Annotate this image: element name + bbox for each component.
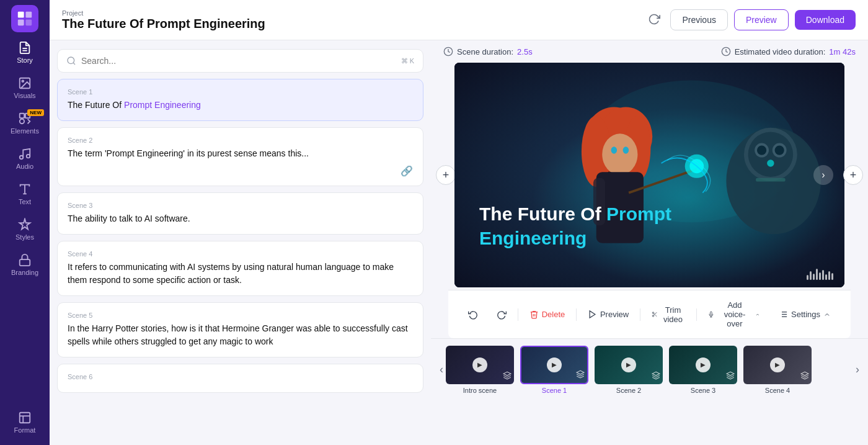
sidebar-item-label: Styles: [16, 233, 34, 241]
video-overlay-text: The Future Of Prompt Engineering: [479, 202, 671, 250]
preview-button[interactable]: Preview: [734, 9, 789, 30]
voice-button[interactable]: Add voice-over: [701, 297, 768, 332]
svg-marker-46: [590, 311, 595, 318]
play-icon-s2: ▶: [621, 357, 636, 372]
scene-card-3[interactable]: Scene 3 The ability to talk to AI softwa…: [57, 192, 423, 235]
header: Project The Future Of Prompt Engineering…: [50, 0, 868, 40]
svg-point-17: [68, 57, 74, 64]
mic-icon: [708, 310, 714, 319]
preview-ctrl-button[interactable]: Preview: [580, 306, 636, 323]
scene-duration-label: Scene duration:: [457, 47, 513, 56]
scene-card-1[interactable]: Scene 1 The Future Of Prompt Engineering: [57, 79, 423, 121]
svg-point-31: [767, 160, 774, 166]
sidebar-item-visuals[interactable]: Visuals: [3, 71, 46, 104]
audio-bar: [819, 272, 821, 280]
film-thumb-s4[interactable]: ▶: [743, 346, 812, 384]
svg-rect-15: [20, 259, 30, 266]
clock-icon: [443, 47, 453, 56]
voice-label: Add voice-over: [717, 300, 752, 328]
settings-button[interactable]: Settings: [771, 306, 838, 323]
filmstrip-next-button[interactable]: ›: [853, 361, 862, 379]
undo-button[interactable]: [461, 306, 485, 323]
svg-point-47: [652, 312, 653, 313]
chevron-up-icon-2: [823, 311, 831, 318]
audio-bar: [813, 274, 815, 280]
svg-marker-65: [801, 372, 808, 375]
svg-line-50: [655, 315, 657, 317]
svg-marker-64: [727, 372, 734, 375]
scene-label-5: Scene 5: [68, 312, 413, 319]
divider: [696, 308, 697, 321]
preview-area: Scene duration: 2.5s Estimated video dur…: [431, 40, 868, 445]
scene-panel: ⌘ K Scene 1 The Future Of Prompt Enginee…: [50, 40, 431, 445]
scene-card-4[interactable]: Scene 4 It refers to communicating with …: [57, 241, 423, 296]
redo-button[interactable]: [489, 306, 514, 323]
main-content: Project The Future Of Prompt Engineering…: [50, 0, 868, 445]
sidebar: Story Visuals NEW Elements Audio: [0, 0, 50, 445]
search-input[interactable]: [81, 56, 396, 66]
svg-marker-63: [652, 372, 660, 375]
audio-bar: [807, 275, 808, 280]
scene-duration-value: 2.5s: [517, 47, 533, 56]
sidebar-item-audio[interactable]: Audio: [3, 142, 46, 175]
film-thumb-wrapper-s1: ▶: [520, 346, 588, 384]
add-scene-left-button[interactable]: +: [436, 165, 456, 185]
film-layer-icon-s3: [726, 371, 735, 382]
divider: [640, 308, 640, 321]
sidebar-item-elements[interactable]: NEW Elements: [3, 107, 46, 140]
sidebar-item-label: Audio: [16, 163, 33, 170]
scene-text-2: The term 'Prompt Engineering' in its pur…: [68, 147, 413, 160]
film-thumb-s3[interactable]: ▶: [669, 346, 737, 384]
sidebar-item-label: Format: [14, 426, 36, 434]
preview-label: Preview: [600, 310, 629, 319]
svg-marker-61: [503, 372, 511, 375]
filmstrip-prev-button[interactable]: ‹: [437, 361, 446, 379]
svg-point-11: [20, 156, 24, 160]
film-label-s1: Scene 1: [542, 387, 567, 394]
sidebar-item-label: Branding: [11, 269, 38, 276]
sidebar-item-branding[interactable]: Branding: [3, 248, 46, 281]
settings-icon: [779, 310, 788, 319]
svg-rect-32: [756, 178, 786, 182]
audio-bars: [807, 269, 833, 280]
add-scene-right-button[interactable]: +: [843, 165, 863, 185]
audio-bar: [828, 271, 830, 280]
sidebar-item-label: Elements: [11, 127, 39, 135]
film-thumb-s1[interactable]: ▶: [520, 346, 588, 384]
sidebar-item-format[interactable]: Format: [3, 406, 46, 439]
filmstrip-scroll: ▶ Intro: [446, 346, 853, 394]
scene-card-2-footer: 🔗: [68, 165, 413, 177]
logo[interactable]: [11, 5, 38, 32]
download-button[interactable]: Download: [795, 10, 856, 30]
trim-button[interactable]: Trim video: [644, 302, 693, 328]
sidebar-item-story[interactable]: Story: [3, 36, 46, 69]
next-scene-button[interactable]: ›: [813, 165, 833, 185]
divider: [576, 308, 577, 321]
trim-icon: [652, 310, 658, 319]
audio-bar: [816, 269, 818, 280]
clock-icon-2: [721, 47, 731, 56]
sidebar-item-styles[interactable]: Styles: [3, 213, 46, 246]
filmstrip: ‹: [431, 338, 868, 400]
overlay-prompt: Prompt: [606, 204, 671, 224]
scene-label-6: Scene 6: [68, 373, 413, 380]
film-thumb-s2[interactable]: ▶: [595, 346, 663, 384]
scene-card-6[interactable]: Scene 6: [57, 364, 423, 393]
delete-button[interactable]: Delete: [522, 306, 573, 323]
scene-card-5[interactable]: Scene 5 In the Harry Potter stories, how…: [57, 302, 423, 357]
chevron-up-icon: [755, 311, 760, 318]
sidebar-item-text[interactable]: Text: [3, 178, 46, 210]
scene-card-2[interactable]: Scene 2 The term 'Prompt Engineering' in…: [57, 127, 423, 186]
svg-rect-8: [20, 114, 24, 118]
film-thumb-wrapper-s3: ▶: [669, 346, 737, 384]
film-layer-icon-s1: [576, 370, 585, 380]
refresh-button[interactable]: [644, 9, 664, 31]
search-icon: [66, 56, 76, 66]
svg-point-10: [20, 119, 24, 124]
previous-button[interactable]: Previous: [670, 9, 727, 30]
film-thumb-wrapper-s4: ▶: [743, 346, 812, 384]
video-wrapper: +: [448, 63, 851, 287]
scene-text-highlight-1: Prompt Engineering: [124, 100, 201, 110]
film-thumb-intro[interactable]: ▶: [446, 346, 514, 384]
body-area: ⌘ K Scene 1 The Future Of Prompt Enginee…: [50, 40, 868, 445]
